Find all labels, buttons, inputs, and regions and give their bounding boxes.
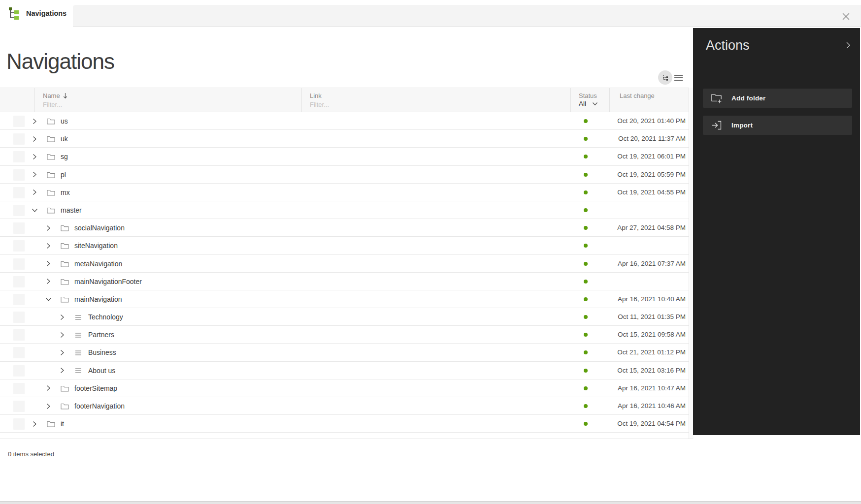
action-label: Import — [731, 122, 753, 129]
row-checkbox[interactable] — [13, 240, 25, 252]
chevron-right-icon[interactable] — [44, 278, 52, 285]
status-dot-icon — [584, 404, 588, 408]
app-tab-navigations[interactable]: Navigations — [0, 0, 73, 26]
chevron-right-icon[interactable] — [58, 331, 66, 339]
chevron-right-icon[interactable] — [31, 153, 38, 160]
status-dot-icon — [584, 280, 588, 284]
table-row[interactable]: plOct 19, 2021 05:59 PM — [0, 166, 689, 184]
table-row[interactable]: BusinessOct 21, 2021 01:12 PM — [0, 344, 689, 361]
row-checkbox[interactable] — [13, 116, 25, 127]
table-row[interactable]: socialNavigationApr 27, 2021 04:58 PM — [0, 219, 689, 237]
column-header-last-change[interactable]: Last change — [620, 92, 655, 99]
row-checkbox[interactable] — [13, 383, 25, 394]
row-checkbox[interactable] — [13, 222, 25, 234]
chevron-right-icon[interactable] — [44, 260, 52, 268]
import-button[interactable]: Import — [703, 116, 852, 135]
row-checkbox[interactable] — [13, 133, 25, 145]
table-row[interactable]: itOct 19, 2021 04:54 PM — [0, 415, 689, 433]
table-row[interactable]: mainNavigationFooter — [0, 273, 689, 290]
chevron-right-icon[interactable] — [44, 384, 52, 392]
list-view-toggle[interactable] — [673, 74, 684, 82]
row-checkbox[interactable] — [13, 365, 25, 377]
chevron-right-icon[interactable] — [31, 117, 38, 125]
last-change-cell: Apr 16, 2021 10:40 AM — [609, 290, 686, 308]
chevron-right-icon[interactable] — [58, 348, 66, 356]
add-folder-button[interactable]: Add folder — [703, 89, 852, 108]
chevron-right-icon[interactable] — [31, 420, 38, 428]
last-change-cell: Oct 21, 2021 01:12 PM — [609, 344, 686, 361]
row-checkbox[interactable] — [13, 151, 25, 162]
status-filter-select[interactable]: All — [579, 100, 598, 107]
chevron-right-icon[interactable] — [31, 171, 38, 179]
row-checkbox[interactable] — [13, 205, 25, 216]
last-change-cell: Apr 27, 2021 04:58 PM — [609, 219, 686, 237]
chevron-down-icon[interactable] — [44, 295, 52, 303]
row-name: uk — [61, 130, 68, 148]
chevron-right-icon[interactable] — [44, 224, 52, 232]
table-row[interactable]: metaNavigationApr 16, 2021 07:37 AM — [0, 255, 689, 273]
selection-count: 0 items selected — [8, 450, 54, 458]
row-checkbox[interactable] — [13, 187, 25, 198]
row-name: footerNavigation — [74, 397, 125, 415]
chevron-right-icon[interactable] — [44, 242, 52, 250]
row-name: socialNavigation — [74, 219, 125, 237]
last-change-cell: Apr 16, 2021 10:46 AM — [609, 397, 686, 415]
table-row[interactable]: master — [0, 201, 689, 219]
chevron-right-icon[interactable] — [31, 135, 38, 143]
name-filter-input[interactable] — [43, 101, 256, 108]
status-dot-icon — [584, 333, 588, 337]
chevron-down-icon[interactable] — [31, 206, 38, 214]
sort-desc-icon — [63, 93, 67, 99]
row-checkbox[interactable] — [13, 418, 25, 430]
last-change-cell: Oct 11, 2021 01:35 PM — [609, 308, 686, 326]
column-header-name[interactable]: Name — [43, 92, 67, 99]
row-checkbox[interactable] — [13, 294, 25, 305]
table-row[interactable]: mxOct 19, 2021 04:55 PM — [0, 184, 689, 201]
collapse-panel-chevron-icon[interactable] — [845, 41, 851, 50]
row-name: siteNavigation — [74, 237, 118, 254]
table-row[interactable]: footerNavigationApr 16, 2021 10:46 AM — [0, 397, 689, 415]
chevron-right-icon[interactable] — [58, 313, 66, 321]
table-row[interactable]: footerSitemapApr 16, 2021 10:47 AM — [0, 379, 689, 397]
column-header-link[interactable]: Link — [310, 92, 322, 99]
folder-icon — [46, 420, 55, 428]
row-checkbox[interactable] — [13, 312, 25, 323]
row-checkbox[interactable] — [13, 401, 25, 412]
table-row[interactable]: siteNavigation — [0, 237, 689, 254]
chevron-right-icon[interactable] — [58, 367, 66, 375]
last-change-cell: Oct 19, 2021 04:55 PM — [609, 184, 686, 201]
status-dot-icon — [584, 386, 588, 390]
status-dot-icon — [584, 244, 588, 248]
table-row[interactable]: mainNavigationApr 16, 2021 10:40 AM — [0, 290, 689, 308]
chevron-right-icon[interactable] — [31, 189, 38, 196]
import-icon — [711, 120, 723, 131]
row-checkbox[interactable] — [13, 347, 25, 358]
row-name: Partners — [88, 326, 114, 344]
actions-panel: Actions Add folderImport — [693, 28, 860, 435]
row-name: Technology — [88, 308, 123, 326]
table-row[interactable]: About usOct 15, 2021 03:16 PM — [0, 362, 689, 379]
row-checkbox[interactable] — [13, 169, 25, 181]
table-header: Name Link Status All Last change — [0, 88, 689, 112]
table-row[interactable]: usOct 20, 2021 01:40 PM — [0, 112, 689, 130]
chevron-right-icon[interactable] — [44, 402, 52, 410]
tree-view-toggle[interactable] — [658, 70, 672, 85]
table-row[interactable]: ukOct 20, 2021 11:37 AM — [0, 130, 689, 148]
table-row[interactable]: PartnersOct 15, 2021 09:58 AM — [0, 326, 689, 344]
folder-icon — [60, 260, 69, 268]
table-row[interactable]: TechnologyOct 11, 2021 01:35 PM — [0, 308, 689, 326]
row-checkbox[interactable] — [13, 258, 25, 270]
row-checkbox[interactable] — [13, 329, 25, 341]
link-filter-input[interactable] — [310, 101, 525, 108]
folder-icon — [60, 296, 69, 303]
content-node-icon — [74, 367, 83, 375]
row-checkbox[interactable] — [13, 276, 25, 287]
close-icon[interactable] — [839, 9, 853, 23]
folder-icon — [46, 171, 55, 179]
row-name: master — [61, 201, 82, 219]
column-last-change: Last change — [609, 88, 689, 112]
row-name: footerSitemap — [74, 379, 117, 397]
column-header-status[interactable]: Status — [579, 92, 597, 99]
table-row[interactable]: sgOct 19, 2021 06:01 PM — [0, 148, 689, 165]
chevron-down-icon — [592, 102, 598, 106]
